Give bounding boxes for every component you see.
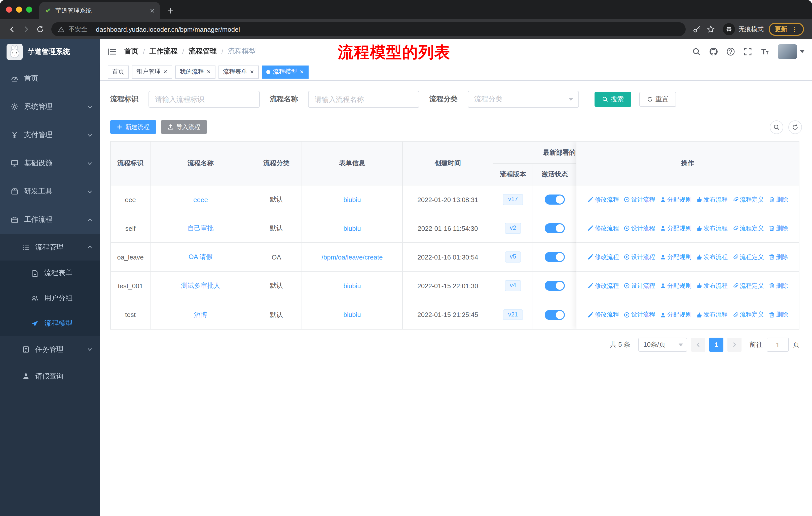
action-design-link[interactable]: 设计流程 xyxy=(624,253,655,261)
sidebar-item-workflow[interactable]: 工作流程 xyxy=(0,206,100,234)
page-1-button[interactable]: 1 xyxy=(709,337,723,352)
action-assign-link[interactable]: 分配规则 xyxy=(660,310,691,319)
tab-tag-tenant[interactable]: 租户管理 xyxy=(132,65,172,78)
tab-tag-home[interactable]: 首页 xyxy=(108,65,129,78)
update-button[interactable]: 更新 xyxy=(769,23,804,36)
key-icon[interactable] xyxy=(690,22,704,36)
zoom-window-button[interactable] xyxy=(26,6,32,12)
sidebar-item-infrastructure[interactable]: 基础设施 xyxy=(0,149,100,178)
process-name-link[interactable]: eeee xyxy=(193,196,208,203)
action-definition-link[interactable]: 流程定义 xyxy=(732,253,764,261)
action-delete-link[interactable]: 删除 xyxy=(768,253,788,261)
action-definition-link[interactable]: 流程定义 xyxy=(732,281,764,290)
breadcrumb-item-home[interactable]: 首页 xyxy=(124,47,139,56)
sidebar-item-system[interactable]: 系统管理 xyxy=(0,93,100,121)
action-publish-link[interactable]: 发布流程 xyxy=(696,195,728,204)
fontsize-icon[interactable] xyxy=(761,47,769,56)
menu-kebab-icon[interactable] xyxy=(791,26,798,32)
close-icon[interactable] xyxy=(206,70,211,74)
action-definition-link[interactable]: 流程定义 xyxy=(732,195,764,204)
forward-button[interactable] xyxy=(19,22,33,36)
action-edit-link[interactable]: 修改流程 xyxy=(587,253,619,261)
form-info-link[interactable]: biubiu xyxy=(343,282,361,290)
refresh-table-button[interactable] xyxy=(788,120,802,134)
activation-toggle[interactable] xyxy=(545,223,565,233)
action-publish-link[interactable]: 发布流程 xyxy=(696,224,728,233)
action-design-link[interactable]: 设计流程 xyxy=(624,224,655,233)
new-tab-button[interactable] xyxy=(167,7,174,14)
action-design-link[interactable]: 设计流程 xyxy=(624,195,655,204)
search-icon[interactable] xyxy=(692,47,701,56)
process-name-link[interactable]: 测试多审批人 xyxy=(181,281,220,290)
close-tab-icon[interactable] xyxy=(149,8,155,13)
activation-toggle[interactable] xyxy=(545,252,565,262)
prev-page-button[interactable] xyxy=(691,337,705,352)
form-info-link[interactable]: biubiu xyxy=(343,224,361,232)
sidebar-item-home[interactable]: 首页 xyxy=(0,64,100,93)
close-icon[interactable] xyxy=(250,70,254,74)
tab-tag-process-model[interactable]: 流程模型 xyxy=(262,65,309,78)
process-key-input[interactable] xyxy=(148,91,260,108)
activation-toggle[interactable] xyxy=(545,194,565,205)
breadcrumb-item-workflow[interactable]: 工作流程 xyxy=(149,47,178,56)
question-icon[interactable] xyxy=(726,47,735,56)
breadcrumb-item-process-manage[interactable]: 流程管理 xyxy=(189,47,217,56)
action-assign-link[interactable]: 分配规则 xyxy=(660,281,691,290)
minimize-window-button[interactable] xyxy=(16,6,22,12)
form-info-link[interactable]: /bpm/oa/leave/create xyxy=(322,253,383,261)
reset-button[interactable]: 重置 xyxy=(639,92,676,107)
form-info-link[interactable]: biubiu xyxy=(343,311,361,319)
action-assign-link[interactable]: 分配规则 xyxy=(660,253,691,261)
action-edit-link[interactable]: 修改流程 xyxy=(587,281,619,290)
action-delete-link[interactable]: 删除 xyxy=(768,281,788,290)
goto-page-input[interactable] xyxy=(767,337,789,352)
close-icon[interactable] xyxy=(299,70,304,74)
sidebar-item-payment[interactable]: 支付管理 xyxy=(0,121,100,149)
fullscreen-icon[interactable] xyxy=(744,47,752,56)
back-button[interactable] xyxy=(5,22,19,36)
tab-tag-my-process[interactable]: 我的流程 xyxy=(175,65,215,78)
browser-tab[interactable]: 芋道管理系统 xyxy=(39,2,160,19)
sidebar-item-user-group[interactable]: 用户分组 xyxy=(0,286,100,311)
activation-toggle[interactable] xyxy=(545,281,565,291)
page-size-select[interactable]: 10条/页 xyxy=(638,337,687,352)
action-delete-link[interactable]: 删除 xyxy=(768,195,788,204)
app-logo[interactable]: 芋道管理系统 xyxy=(0,39,100,64)
sidebar-item-task-manage[interactable]: 任务管理 xyxy=(0,336,100,363)
address-bar[interactable]: 不安全 dashboard.yudao.iocoder.cn/bpm/manag… xyxy=(51,22,686,36)
sidebar-item-leave-query[interactable]: 请假查询 xyxy=(0,363,100,389)
form-info-link[interactable]: biubiu xyxy=(343,196,361,203)
tab-tag-process-form[interactable]: 流程表单 xyxy=(219,65,259,78)
next-page-button[interactable] xyxy=(727,337,742,352)
close-window-button[interactable] xyxy=(6,6,12,12)
create-process-button[interactable]: 新建流程 xyxy=(110,120,156,134)
action-assign-link[interactable]: 分配规则 xyxy=(660,195,691,204)
user-avatar[interactable] xyxy=(778,44,805,59)
category-select[interactable]: 流程分类 xyxy=(468,91,579,108)
action-design-link[interactable]: 设计流程 xyxy=(624,281,655,290)
action-definition-link[interactable]: 流程定义 xyxy=(732,224,764,233)
sidebar-item-process-form[interactable]: 流程表单 xyxy=(0,261,100,286)
activation-toggle[interactable] xyxy=(545,310,565,320)
action-edit-link[interactable]: 修改流程 xyxy=(587,310,619,319)
process-name-link[interactable]: OA 请假 xyxy=(188,252,212,262)
sidebar-item-devtools[interactable]: 研发工具 xyxy=(0,178,100,206)
action-edit-link[interactable]: 修改流程 xyxy=(587,195,619,204)
action-delete-link[interactable]: 删除 xyxy=(768,224,788,233)
github-icon[interactable] xyxy=(709,47,718,56)
reload-button[interactable] xyxy=(33,22,47,36)
sidebar-item-process-model[interactable]: 流程模型 xyxy=(0,311,100,336)
action-assign-link[interactable]: 分配规则 xyxy=(660,224,691,233)
action-edit-link[interactable]: 修改流程 xyxy=(587,224,619,233)
process-name-link[interactable]: 自己审批 xyxy=(187,224,214,233)
action-design-link[interactable]: 设计流程 xyxy=(624,310,655,319)
sidebar-item-process-manage[interactable]: 流程管理 xyxy=(0,234,100,261)
bookmark-star-icon[interactable] xyxy=(704,22,718,36)
close-icon[interactable] xyxy=(163,70,168,74)
toggle-search-button[interactable] xyxy=(770,120,783,134)
action-definition-link[interactable]: 流程定义 xyxy=(732,310,764,319)
process-name-input[interactable] xyxy=(308,91,419,108)
process-name-link[interactable]: 滔博 xyxy=(194,310,207,319)
import-process-button[interactable]: 导入流程 xyxy=(161,120,207,134)
hamburger-icon[interactable] xyxy=(108,47,116,56)
